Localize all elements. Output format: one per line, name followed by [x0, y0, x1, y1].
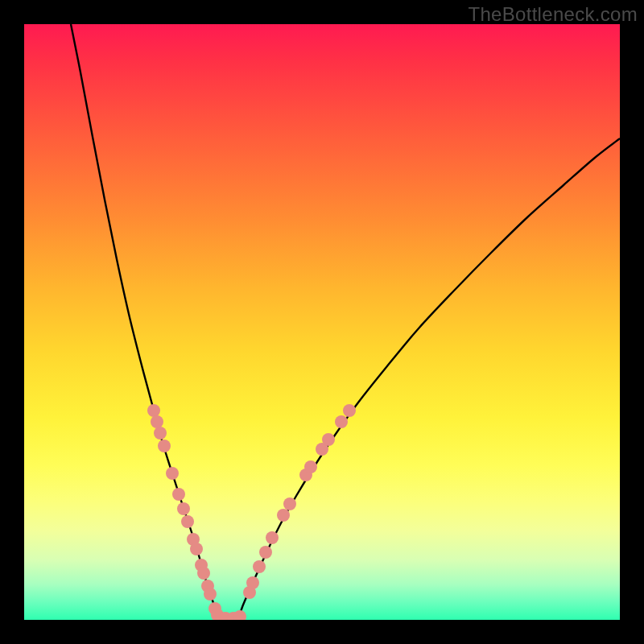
data-marker — [322, 433, 335, 446]
data-marker — [204, 588, 217, 601]
curve-left-curve — [71, 24, 218, 618]
data-marker — [304, 460, 317, 473]
data-marker — [158, 440, 171, 452]
data-marker — [181, 515, 194, 528]
data-marker — [343, 404, 356, 417]
data-marker — [172, 488, 185, 501]
chart-frame — [24, 24, 620, 620]
data-marker — [197, 567, 210, 580]
data-marker — [266, 531, 279, 544]
data-marker — [283, 497, 296, 510]
data-marker — [151, 415, 163, 428]
watermark-label: TheBottleneck.com — [468, 3, 638, 26]
data-marker — [335, 415, 348, 428]
bottleneck-curves — [71, 24, 620, 618]
data-marker — [233, 610, 246, 620]
data-marker — [166, 467, 179, 480]
data-marker — [246, 576, 259, 589]
data-marker — [154, 427, 167, 440]
data-marker — [277, 509, 290, 522]
chart-svg — [24, 24, 620, 620]
data-marker — [190, 543, 203, 555]
data-marker — [259, 546, 272, 559]
data-markers — [147, 404, 356, 620]
data-marker — [177, 502, 190, 515]
data-marker — [253, 560, 266, 573]
data-marker — [147, 404, 160, 417]
curve-right-curve — [238, 138, 620, 618]
